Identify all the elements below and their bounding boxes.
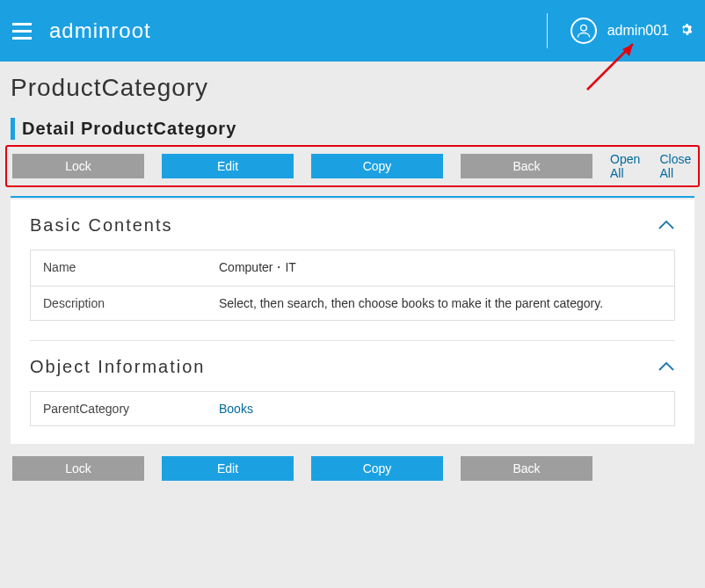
chevron-up-icon[interactable] [658,360,675,376]
bottom-toolbar: Lock Edit Copy Back [11,456,694,481]
menu-icon[interactable] [12,20,33,41]
app-header: adminroot admin001 [0,0,705,62]
lock-button[interactable]: Lock [12,154,144,178]
lock-button[interactable]: Lock [12,456,144,481]
header-right: admin001 [547,13,693,48]
page-title: ProductCategory [11,74,694,102]
object-information-heading: Object Information [30,357,675,377]
username-label: admin001 [607,23,669,39]
section-object-information: Object Information ParentCategory Books [30,357,675,426]
close-all-link[interactable]: Close All [659,152,693,180]
back-button[interactable]: Back [461,456,592,481]
divider-line [11,196,694,198]
gear-icon[interactable] [680,23,693,40]
edit-button[interactable]: Edit [162,154,294,178]
chevron-up-icon[interactable] [658,219,675,235]
basic-contents-table: Name Computer・IT Description Select, the… [30,250,675,321]
open-all-link[interactable]: Open All [610,152,642,180]
basic-contents-heading: Basic Contents [30,215,675,236]
app-title: adminroot [49,18,151,43]
copy-button[interactable]: Copy [311,456,443,481]
section-basic-contents: Basic Contents Name Computer・IT Descript… [30,215,675,321]
toolbar-highlight-box: Lock Edit Copy Back Open All Close All [5,145,700,187]
object-information-table: ParentCategory Books [30,391,675,426]
svg-point-0 [580,25,586,31]
table-row: ParentCategory Books [31,392,674,425]
copy-button[interactable]: Copy [311,154,443,178]
edit-button[interactable]: Edit [162,456,294,481]
back-button[interactable]: Back [461,154,592,178]
table-row: Name Computer・IT [31,250,674,287]
avatar-icon[interactable] [571,18,597,44]
field-label: Name [31,250,207,286]
section-title-row: Detail ProductCategory [11,118,694,140]
table-row: Description Select, then search, then ch… [31,287,674,320]
detail-panel: Basic Contents Name Computer・IT Descript… [11,200,694,444]
header-divider [547,13,548,48]
page-body: ProductCategory Detail ProductCategory L… [0,62,705,481]
field-value: Select, then search, then choose books t… [207,287,674,320]
field-value: Computer・IT [207,250,674,286]
field-value-link[interactable]: Books [207,392,674,425]
section-divider [30,340,675,341]
field-label: Description [31,287,207,320]
section-title: Detail ProductCategory [22,119,236,139]
field-label: ParentCategory [31,392,207,425]
section-accent [11,118,15,140]
